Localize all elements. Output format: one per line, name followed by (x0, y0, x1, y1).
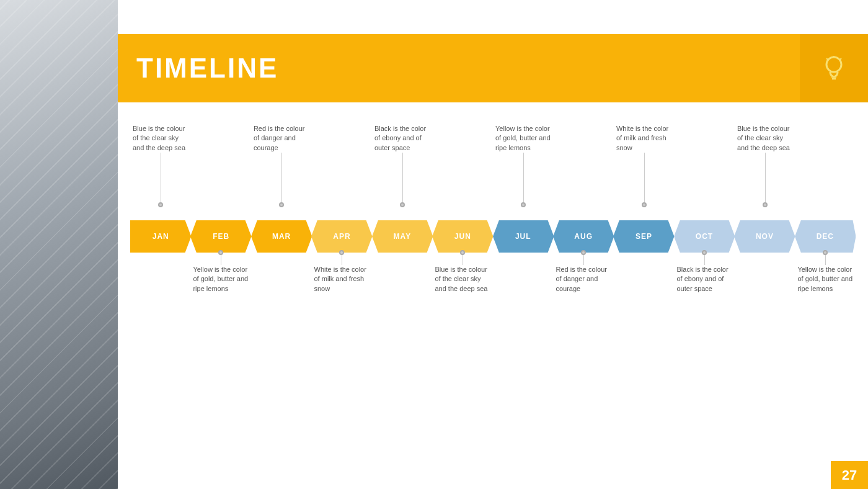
month-jun-label: JUN (432, 220, 493, 253)
page-number: 27 (831, 461, 868, 489)
month-sep-label: SEP (613, 220, 674, 253)
month-feb-label: FEB (190, 220, 251, 253)
page-title: TIMELINE (136, 53, 278, 84)
bottom-label-aug: Red is the colour of danger and courage (553, 253, 613, 294)
month-oct-label: OCT (674, 220, 735, 253)
month-mar: MAR (251, 220, 312, 253)
bottom-label-apr-text: White is the color of milk and fresh sno… (312, 265, 372, 294)
background-image (0, 0, 118, 489)
month-oct: OCT (674, 220, 735, 253)
top-label-mar-text: Red is the colour of danger and courage (251, 124, 311, 153)
month-nov: NOV (734, 220, 795, 253)
bottom-label-oct-text: Black is the color of ebony and of outer… (675, 265, 735, 294)
month-dec-label: DEC (795, 220, 856, 253)
month-sep: SEP (613, 220, 674, 253)
top-label-nov: Blue is the colour of the clear sky and … (735, 124, 795, 205)
top-label-jul: Yellow is the color of gold, butter and … (493, 124, 553, 205)
timeline-container: Blue is the colour of the clear sky and … (130, 124, 856, 452)
header-bar: TIMELINE (118, 34, 868, 102)
bottom-label-feb: Yellow is the color of gold, butter and … (190, 253, 250, 294)
top-label-sep-text: White is the color of milk and fresh sno… (614, 124, 674, 153)
header-icon-area (800, 34, 868, 102)
month-jan: JAN (130, 220, 191, 253)
bottom-label-dec: Yellow is the color of gold, butter and … (795, 253, 855, 294)
top-label-jan-text: Blue is the colour of the clear sky and … (130, 124, 190, 153)
svg-line-5 (840, 58, 842, 60)
lightbulb-icon (819, 53, 849, 83)
bottom-label-oct: Black is the color of ebony and of outer… (675, 253, 735, 294)
month-feb: FEB (190, 220, 251, 253)
month-dec: DEC (795, 220, 856, 253)
bottom-label-dec-text: Yellow is the color of gold, butter and … (795, 265, 855, 294)
bottom-labels-row: Yellow is the color of gold, butter and … (130, 253, 856, 333)
bottom-label-apr: White is the color of milk and fresh sno… (312, 253, 372, 294)
top-label-may: Black is the color of ebony and of outer… (372, 124, 432, 205)
month-jun: JUN (432, 220, 493, 253)
month-apr: APR (311, 220, 372, 253)
top-label-nov-text: Blue is the colour of the clear sky and … (735, 124, 795, 153)
bottom-label-jun-text: Blue is the colour of the clear sky and … (432, 265, 492, 294)
top-label-sep: White is the color of milk and fresh sno… (614, 124, 674, 205)
top-label-jul-text: Yellow is the color of gold, butter and … (493, 124, 553, 153)
bottom-label-aug-text: Red is the colour of danger and courage (553, 265, 613, 294)
bottom-label-feb-text: Yellow is the color of gold, butter and … (190, 265, 250, 294)
month-aug: AUG (553, 220, 614, 253)
top-label-mar: Red is the colour of danger and courage (251, 124, 311, 205)
month-jul: JUL (493, 220, 554, 253)
timeline-bar: JAN FEB MAR APR (130, 220, 856, 253)
top-label-may-text: Black is the color of ebony and of outer… (372, 124, 432, 153)
bottom-label-jun: Blue is the colour of the clear sky and … (432, 253, 492, 294)
month-apr-label: APR (311, 220, 372, 253)
top-label-jan: Blue is the colour of the clear sky and … (130, 124, 190, 205)
month-may: MAY (372, 220, 433, 253)
month-may-label: MAY (372, 220, 433, 253)
month-aug-label: AUG (553, 220, 614, 253)
month-nov-label: NOV (734, 220, 795, 253)
month-jan-label: JAN (130, 220, 191, 253)
svg-line-4 (826, 58, 828, 60)
main-content: TIMELINE Blue is the colour of the clear… (118, 0, 868, 489)
month-jul-label: JUL (493, 220, 554, 253)
top-labels-row: Blue is the colour of the clear sky and … (130, 124, 856, 220)
month-mar-label: MAR (251, 220, 312, 253)
svg-point-0 (826, 57, 841, 72)
